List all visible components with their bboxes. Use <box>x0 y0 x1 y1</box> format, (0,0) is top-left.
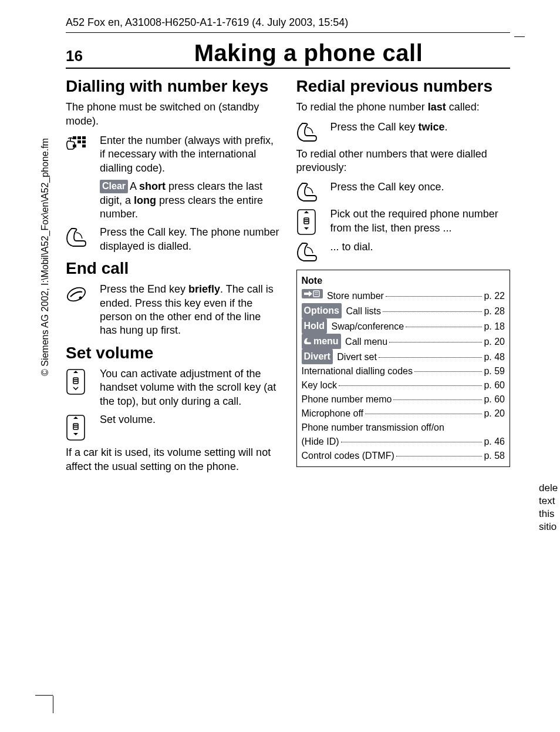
redial-intro: To redial the phone number last called: <box>296 100 511 114</box>
end-call-text: Press the End key briefly. The call is e… <box>100 283 280 338</box>
store-icon <box>302 289 323 298</box>
to-dial-text: ... to dial. <box>330 240 511 254</box>
note-line: Phone number memop. 60 <box>302 392 505 407</box>
marginal-cut-text: dele text this sitio <box>539 482 560 533</box>
head-rule <box>66 32 510 33</box>
note-line: Control codes (DTMF)p. 58 <box>302 449 505 463</box>
vol-note-text: If a car kit is used, its volume setting… <box>66 446 280 474</box>
keypad-icon <box>66 134 100 156</box>
hold-label: Hold <box>302 318 328 334</box>
clear-text: ClearA short press clears the last digit… <box>100 180 280 221</box>
note-line: menu Call menup. 20 <box>302 334 505 349</box>
svg-point-8 <box>79 297 82 300</box>
note-line: Hold Swap/conferencep. 18 <box>302 318 505 334</box>
options-label: Options <box>302 303 342 318</box>
divert-label: Divert <box>302 349 333 364</box>
scroll-key-up-icon <box>66 367 100 395</box>
svg-rect-2 <box>82 136 86 139</box>
svg-rect-18 <box>304 293 309 295</box>
dial-intro: The phone must be switched on (standby m… <box>66 100 280 128</box>
note-line: Microphone offp. 20 <box>302 407 505 421</box>
copyright-sideways: © Siemens AG 2002, I:\Mobil\A52_Fox\en\A… <box>40 82 50 376</box>
note-line: Key lockp. 60 <box>302 378 505 392</box>
svg-rect-12 <box>73 424 78 429</box>
pick-out-text: Pick out the required phone number from … <box>330 207 511 235</box>
heading-set-volume: Set volume <box>66 344 280 362</box>
redial-other-intro: To redial other numbers that were dialle… <box>296 147 511 175</box>
svg-rect-0 <box>73 136 76 139</box>
press-once-text: Press the Call key once. <box>330 180 511 194</box>
vol-set-text: Set volume. <box>100 413 280 427</box>
note-line: Phone number transmission off/on(Hide ID… <box>302 421 505 449</box>
heading-dialling: Dialling with number keys <box>66 77 280 96</box>
clear-key-label: Clear <box>100 180 128 193</box>
call-key-icon <box>296 240 330 263</box>
vol-activate-text: You can activate adjustment of the hands… <box>100 367 280 408</box>
note-line: Options Call listsp. 28 <box>302 303 505 318</box>
page-number: 16 <box>66 47 107 65</box>
scroll-key-icon <box>66 413 100 441</box>
note-line: Store numberp. 22 <box>302 289 505 303</box>
press-call-text: Press the Call key. The phone number dis… <box>100 226 280 253</box>
left-column: Dialling with number keys The phone must… <box>66 77 280 479</box>
svg-rect-3 <box>77 140 81 143</box>
svg-rect-1 <box>77 136 81 139</box>
title-row: 16 Making a phone call <box>66 40 510 69</box>
note-box: Note Store numberp. 22Options Call lists… <box>296 270 511 467</box>
right-column: Redial previous numbers To redial the ph… <box>296 77 511 479</box>
running-head: A52 Fox en, A31008-H6250-A1-1-7619 (4. J… <box>66 16 510 29</box>
end-key-icon <box>66 283 100 305</box>
press-twice-text: Press the Call key twice. <box>330 120 511 134</box>
note-line: Divert Divert setp. 48 <box>302 349 505 364</box>
heading-redial: Redial previous numbers <box>296 77 511 96</box>
svg-point-7 <box>66 285 87 304</box>
call-key-icon <box>296 180 330 203</box>
note-title: Note <box>302 274 505 288</box>
svg-rect-9 <box>73 378 78 384</box>
page-title: Making a phone call <box>107 40 510 66</box>
svg-rect-15 <box>304 218 309 224</box>
heading-end-call: End call <box>66 259 280 278</box>
svg-rect-4 <box>82 140 86 143</box>
svg-rect-19 <box>313 291 319 297</box>
call-menu-label: menu <box>302 334 341 349</box>
note-line: International dialling codesp. 59 <box>302 364 505 378</box>
call-key-icon <box>66 226 100 248</box>
dial-enter-text: Enter the number (always with prefix, if… <box>100 135 274 174</box>
scroll-key-icon <box>296 207 330 236</box>
svg-rect-6 <box>82 145 86 147</box>
call-key-icon <box>296 120 330 143</box>
